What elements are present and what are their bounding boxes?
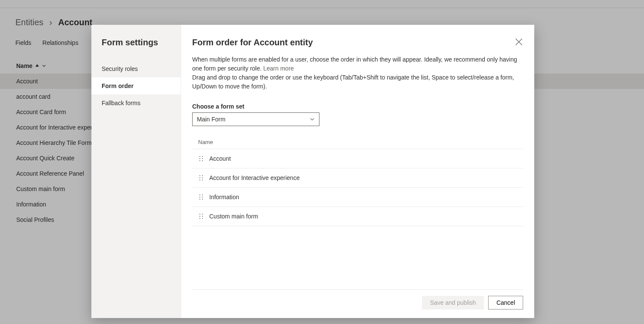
drag-handle-icon[interactable] [199,175,203,181]
form-set-value: Main Form [197,116,225,123]
drag-handle-icon[interactable] [199,194,203,200]
cancel-button[interactable]: Cancel [488,296,523,309]
dialog-description-text-1: When multiple forms are enabled for a us… [192,56,517,72]
form-set-label: Choose a form set [192,103,523,110]
drag-handle-icon[interactable] [199,213,203,219]
svg-point-21 [202,216,203,217]
svg-point-18 [199,214,200,215]
learn-more-link[interactable]: Learn more [263,65,294,72]
svg-point-20 [199,216,200,217]
form-settings-dialog: Form settings Security roles Form order … [91,25,534,318]
dialog-footer: Save and publish Cancel [192,289,523,309]
form-row-label: Information [209,194,239,200]
svg-point-16 [199,199,200,200]
form-set-dropdown[interactable]: Main Form [192,112,319,126]
svg-point-13 [202,194,203,195]
svg-point-12 [199,194,200,195]
svg-point-19 [202,214,203,215]
dialog-title: Form order for Account entity [192,38,523,47]
drag-handle-icon[interactable] [199,156,203,162]
save-and-publish-button[interactable]: Save and publish [422,296,484,309]
svg-point-7 [202,175,203,176]
dialog-sidebar: Form settings Security roles Form order … [91,25,181,318]
form-row[interactable]: Information [192,188,523,207]
svg-point-6 [199,175,200,176]
svg-point-5 [202,160,203,161]
sidebar-item-fallback-forms[interactable]: Fallback forms [91,94,181,112]
svg-point-4 [199,160,200,161]
form-order-list: Name Account Account for Inter [192,135,523,226]
form-row[interactable]: Account for Interactive experience [192,168,523,188]
svg-point-0 [199,156,200,157]
svg-point-15 [202,197,203,197]
form-row[interactable]: Custom main form [192,207,523,226]
svg-point-23 [202,218,203,219]
svg-point-14 [199,197,200,197]
sidebar-item-security-roles[interactable]: Security roles [91,60,181,77]
sidebar-item-form-order[interactable]: Form order [91,77,181,94]
svg-point-1 [202,156,203,157]
svg-point-22 [199,218,200,219]
form-row-label: Account [209,155,231,162]
svg-point-3 [202,158,203,159]
dialog-description-text-2: Drag and drop to change the order or use… [192,74,514,90]
form-row-label: Account for Interactive experience [209,174,300,181]
grid-header-name: Name [192,135,523,149]
dialog-main: Form order for Account entity When multi… [181,25,534,318]
form-row-label: Custom main form [209,213,258,220]
close-icon [515,38,523,46]
svg-point-8 [199,177,200,178]
dialog-description: When multiple forms are enabled for a us… [192,55,523,91]
chevron-down-icon [310,117,315,122]
dialog-side-title: Form settings [102,38,181,47]
svg-point-17 [202,199,203,200]
svg-point-11 [202,180,203,180]
svg-point-9 [202,177,203,178]
close-button[interactable] [515,38,523,46]
form-row[interactable]: Account [192,149,523,168]
svg-point-2 [199,158,200,159]
svg-point-10 [199,180,200,180]
